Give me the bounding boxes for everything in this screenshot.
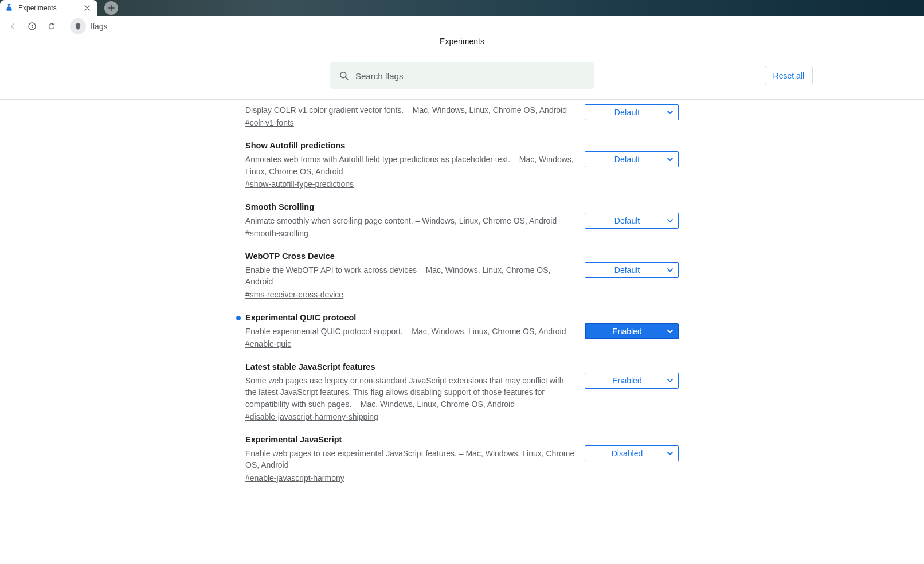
chevron-down-icon (667, 377, 674, 384)
page-title: Experiments (0, 37, 924, 52)
flag-description: Enable experimental QUIC protocol suppor… (245, 326, 575, 337)
flag-select-value: Enabled (592, 376, 662, 385)
flag-row: Experimental QUIC protocolEnable experim… (245, 299, 679, 348)
flag-row: Show Autofill predictionsAnnotates web f… (245, 127, 679, 189)
flag-description: Enable the WebOTP API to work across dev… (245, 264, 575, 288)
flask-icon (5, 3, 14, 13)
flag-select[interactable]: Default (585, 213, 679, 229)
flag-control: Default (585, 141, 679, 167)
flag-select[interactable]: Enabled (585, 323, 679, 339)
flag-control: Enabled (585, 362, 679, 389)
flag-hash-link[interactable]: #colr-v1-fonts (245, 118, 294, 127)
flag-select-value: Default (592, 216, 662, 225)
modified-dot-icon (236, 316, 241, 320)
flag-description: Display COLR v1 color gradient vector fo… (245, 104, 575, 116)
tab-close-button[interactable] (83, 3, 92, 13)
flag-hash-link[interactable]: #smooth-scrolling (245, 229, 308, 238)
flag-body: Display COLR v1 color gradient vector fo… (245, 104, 575, 127)
flag-description: Animate smoothly when scrolling page con… (245, 215, 575, 226)
chevron-down-icon (667, 267, 674, 273)
browser-toolbar: flags (0, 16, 924, 37)
flag-row: Display COLR v1 color gradient vector fo… (245, 103, 679, 127)
home-button[interactable] (24, 18, 40, 34)
flag-body: Show Autofill predictionsAnnotates web f… (245, 141, 575, 189)
address-bar[interactable]: flags (91, 22, 108, 31)
chevron-down-icon (667, 217, 674, 224)
flag-hash-link[interactable]: #enable-quic (245, 339, 291, 348)
flag-title: Experimental QUIC protocol (245, 313, 575, 322)
flag-row: Experimental JavaScriptEnable web pages … (245, 421, 679, 483)
reload-button[interactable] (44, 18, 60, 34)
flag-hash-link[interactable]: #show-autofill-type-predictions (245, 179, 354, 189)
flag-select-value: Default (592, 265, 662, 275)
chevron-down-icon (667, 450, 674, 457)
reset-all-button[interactable]: Reset all (765, 66, 813, 85)
flag-description: Enable web pages to use experimental Jav… (245, 448, 575, 471)
flag-body: Experimental JavaScriptEnable web pages … (245, 435, 575, 483)
flag-body: WebOTP Cross DeviceEnable the WebOTP API… (245, 252, 575, 299)
chevron-down-icon (667, 328, 674, 335)
tab-title: Experiments (18, 4, 78, 12)
flag-title: Show Autofill predictions (245, 141, 575, 150)
chevron-down-icon (667, 156, 674, 163)
search-icon (338, 70, 350, 81)
flag-body: Experimental QUIC protocolEnable experim… (245, 313, 575, 348)
flag-row: WebOTP Cross DeviceEnable the WebOTP API… (245, 238, 679, 299)
chevron-down-icon (667, 109, 674, 116)
flags-list: Display COLR v1 color gradient vector fo… (245, 100, 679, 506)
flag-select[interactable]: Default (585, 151, 679, 167)
flag-control: Default (585, 252, 679, 278)
tab-strip: Experiments (0, 0, 924, 16)
new-tab-button[interactable] (104, 1, 118, 15)
flag-row: Latest stable JavaScript featuresSome we… (245, 348, 679, 421)
flag-title: Smooth Scrolling (245, 202, 575, 211)
flag-select[interactable]: Default (585, 104, 679, 120)
flag-select-value: Disabled (592, 449, 662, 458)
flag-select-value: Default (592, 108, 662, 117)
flag-title: WebOTP Cross Device (245, 252, 575, 261)
flag-row: Smooth ScrollingAnimate smoothly when sc… (245, 189, 679, 238)
flag-body: Smooth ScrollingAnimate smoothly when sc… (245, 202, 575, 238)
back-button[interactable] (5, 18, 21, 34)
flag-select[interactable]: Enabled (585, 373, 679, 389)
flag-control: Default (585, 202, 679, 229)
flag-control: Default (585, 104, 679, 120)
flag-description: Some web pages use legacy or non-standar… (245, 375, 575, 410)
search-row: Reset all (0, 52, 924, 99)
flag-hash-link[interactable]: #enable-javascript-harmony (245, 473, 344, 483)
search-input[interactable] (330, 62, 594, 89)
flag-title: Latest stable JavaScript features (245, 362, 575, 371)
browser-tab[interactable]: Experiments (0, 0, 97, 16)
flag-hash-link[interactable]: #sms-receiver-cross-device (245, 290, 343, 299)
flag-select[interactable]: Default (585, 262, 679, 278)
flag-hash-link[interactable]: #disable-javascript-harmony-shipping (245, 412, 378, 421)
flag-select-value: Enabled (592, 327, 662, 336)
flag-title: Experimental JavaScript (245, 435, 575, 444)
site-info-icon[interactable] (70, 18, 86, 34)
flag-control: Disabled (585, 435, 679, 461)
flag-description: Annotates web forms with Autofill field … (245, 154, 575, 177)
flag-select-value: Default (592, 155, 662, 164)
flag-body: Latest stable JavaScript featuresSome we… (245, 362, 575, 421)
flag-control: Enabled (585, 313, 679, 339)
flag-select[interactable]: Disabled (585, 445, 679, 461)
